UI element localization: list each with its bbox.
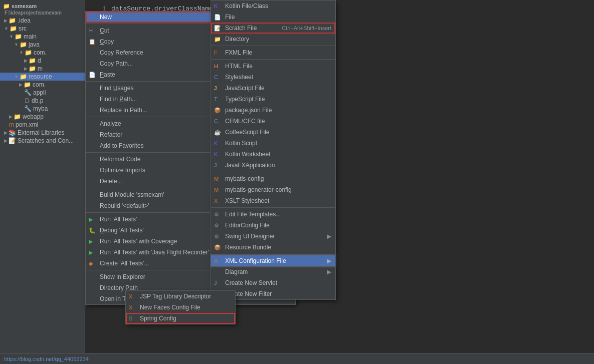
submenu-item-diagram[interactable]: Diagram ▶ xyxy=(211,266,335,277)
kotlin-worksheet-icon: K xyxy=(214,151,218,157)
tree-item-main[interactable]: ▼ 📁 main xyxy=(0,33,85,41)
status-link[interactable]: https://blog.csdn.net/qq_44062234 xyxy=(4,356,89,362)
run-icon: ▶ xyxy=(89,216,93,223)
subsubmenu-xml-config: X JSP Tag Library Descriptor X New Faces… xyxy=(125,290,236,324)
submenu-sep-5 xyxy=(211,254,335,254)
faces-config-icon: X xyxy=(129,304,132,310)
submenu-item-js[interactable]: J JavaScript File xyxy=(211,83,335,94)
project-title: 📁 ssmexam F:\ideaproject\ssmexam xyxy=(3,3,82,16)
js-icon: J xyxy=(214,85,217,91)
subsubmenu-item-faces-config[interactable]: X New Faces Config File xyxy=(126,302,235,313)
submenu-item-directory[interactable]: 📁 Directory xyxy=(211,34,335,45)
submenu-sep-1 xyxy=(211,46,335,46)
edit-templates-icon: ⚙ xyxy=(214,211,219,218)
servlet-icon: J xyxy=(214,280,217,286)
coffee-icon: ☕ xyxy=(214,129,221,136)
cut-icon: ✂ xyxy=(89,28,93,34)
diagram-arrow: ▶ xyxy=(327,268,331,275)
swing-arrow: ▶ xyxy=(327,233,331,240)
submenu-sep-3 xyxy=(211,172,335,172)
scratch-icon: 📝 xyxy=(214,25,221,32)
submenu-item-kotlin-file[interactable]: K Kotlin File/Class xyxy=(211,1,335,12)
submenu-new: K Kotlin File/Class 📄 File 📝 Scratch Fil… xyxy=(211,0,336,300)
dir-icon: 📁 xyxy=(214,36,221,43)
tree-item-com[interactable]: ▼ 📁 com. xyxy=(0,49,85,57)
submenu-item-swing[interactable]: ⚙ Swing UI Designer ▶ xyxy=(211,231,335,242)
submenu-item-kotlin-worksheet[interactable]: K Kotlin Worksheet xyxy=(211,149,335,160)
submenu-item-ts[interactable]: T TypeScript File xyxy=(211,94,335,105)
kotlin-script-icon: K xyxy=(214,140,218,146)
submenu-sep-4 xyxy=(211,207,335,208)
coverage-icon: ▶ xyxy=(89,238,93,245)
tree-item-appli[interactable]: 🔧 appli xyxy=(0,89,85,97)
tree-item-com2[interactable]: ▶ 📁 com. xyxy=(0,81,85,89)
paste-icon: 📄 xyxy=(89,72,96,78)
submenu-item-html[interactable]: H HTML File xyxy=(211,61,335,72)
tree-item-src[interactable]: ▼ 📁 src xyxy=(0,25,85,33)
xslt-icon: X xyxy=(214,198,218,204)
file-icon: 📄 xyxy=(214,14,221,21)
submenu-item-servlet[interactable]: J Create New Servlet xyxy=(211,277,335,288)
resource-bundle-icon: 📦 xyxy=(214,244,221,251)
tree-item-scratches[interactable]: ▶ 📝 Scratches and Con... xyxy=(0,137,85,145)
subsubmenu-item-jsp-tld[interactable]: X JSP Tag Library Descriptor xyxy=(126,291,235,302)
submenu-item-pkg-json[interactable]: 📦 package.json File xyxy=(211,105,335,116)
tree-item-resources[interactable]: ▼ 📁 resource xyxy=(0,73,85,81)
submenu-item-kotlin-script[interactable]: K Kotlin Script xyxy=(211,138,335,149)
submenu-item-editorconfig[interactable]: ⚙ EditorConfig File xyxy=(211,220,335,231)
submenu-item-mybatis-config[interactable]: M mybatis-config xyxy=(211,173,335,184)
submenu-item-edit-templates[interactable]: ⚙ Edit File Templates... xyxy=(211,209,335,220)
submenu-item-javafx[interactable]: J JavaFXApplication xyxy=(211,160,335,171)
submenu-item-xml-config[interactable]: X XML Configuration File ▶ xyxy=(211,255,335,266)
editorconfig-icon: ⚙ xyxy=(214,222,219,229)
swing-icon: ⚙ xyxy=(214,233,219,240)
copy-icon: 📋 xyxy=(89,39,96,45)
xml-config-arrow: ▶ xyxy=(327,257,331,264)
spring-config-icon: S xyxy=(129,315,132,321)
submenu-sep-2 xyxy=(211,59,335,60)
javafx-icon: J xyxy=(214,162,217,168)
project-panel: 📁 ssmexam F:\ideaproject\ssmexam ▶ 📁 .id… xyxy=(0,0,85,364)
new-label: New xyxy=(100,14,112,21)
tree-item-myba[interactable]: 🔧 myba xyxy=(0,105,85,113)
html-icon: H xyxy=(214,63,218,69)
mybatis-config-icon: M xyxy=(214,176,219,182)
tree-item-m[interactable]: ▶ 📁 m xyxy=(0,65,85,73)
fxml-icon: F xyxy=(214,50,218,56)
subsubmenu-item-spring-config[interactable]: S Spring Config xyxy=(126,313,235,324)
submenu-item-xslt[interactable]: X XSLT Stylesheet xyxy=(211,195,335,206)
submenu-item-scratch[interactable]: 📝 Scratch File Ctrl+Alt+Shift+Insert xyxy=(211,23,335,34)
ts-icon: T xyxy=(214,96,218,102)
tree-item-d[interactable]: ▶ 📁 d xyxy=(0,57,85,65)
submenu-item-fxml[interactable]: F FXML File xyxy=(211,47,335,58)
css-icon: C xyxy=(214,74,218,80)
debug-icon: 🐛 xyxy=(89,227,96,234)
project-header: 📁 ssmexam F:\ideaproject\ssmexam xyxy=(0,2,85,17)
kotlin-file-icon: K xyxy=(214,3,218,9)
submenu-item-css[interactable]: C Stylesheet xyxy=(211,72,335,83)
cfml-icon: C xyxy=(214,118,218,124)
create-icon: ◆ xyxy=(89,260,93,267)
jfr-icon: ▶ xyxy=(89,249,93,256)
tree-item-webapp[interactable]: ▶ 📁 webapp xyxy=(0,113,85,121)
mybatis-gen-icon: M xyxy=(214,187,219,193)
tree-item-idea[interactable]: ▶ 📁 .idea xyxy=(0,17,85,25)
tree-item-java[interactable]: ▼ 📁 java xyxy=(0,41,85,49)
tree-item-ext-libs[interactable]: ▶ 📚 External Libraries xyxy=(0,129,85,137)
jsp-tld-icon: X xyxy=(129,293,132,299)
status-bar: https://blog.csdn.net/qq_44062234 xyxy=(0,353,594,364)
tree-item-dbp[interactable]: 🗒 db.p xyxy=(0,97,85,105)
submenu-item-coffee[interactable]: ☕ CoffeeScript File xyxy=(211,127,335,138)
tree-item-pom[interactable]: m pom.xml xyxy=(0,121,85,129)
submenu-item-resource-bundle[interactable]: 📦 Resource Bundle xyxy=(211,242,335,253)
submenu-item-file[interactable]: 📄 File xyxy=(211,12,335,23)
xml-config-icon: X xyxy=(214,258,218,264)
pkg-json-icon: 📦 xyxy=(214,107,221,114)
submenu-item-cfml[interactable]: C CFML/CFC file xyxy=(211,116,335,127)
submenu-item-mybatis-gen[interactable]: M mybatis-generator-config xyxy=(211,184,335,195)
